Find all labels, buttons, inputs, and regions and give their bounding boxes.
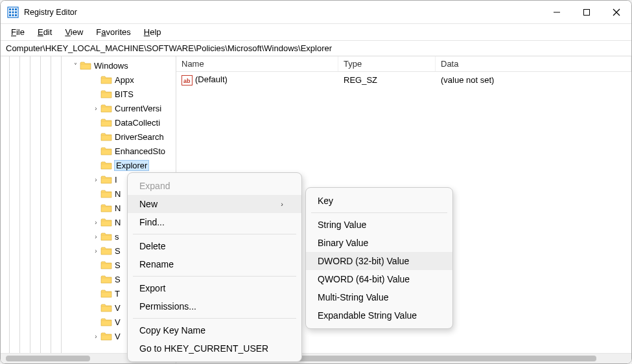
folder-icon	[100, 161, 112, 170]
folder-icon	[100, 317, 112, 326]
submenu-multi-string-value[interactable]: Multi-String Value	[306, 288, 452, 306]
tree-expander-icon[interactable]: ˅	[71, 62, 80, 69]
col-header-name[interactable]: Name	[176, 56, 338, 71]
menu-favorites[interactable]: Favorites	[89, 25, 137, 39]
ctx-separator	[133, 318, 296, 319]
folder-icon	[80, 61, 91, 70]
maximize-button[interactable]	[572, 1, 602, 23]
close-button[interactable]	[602, 1, 631, 23]
bottom-scroll-area	[1, 353, 631, 363]
tree-item-currentversi[interactable]: ›CurrentVersi	[1, 101, 176, 115]
menu-file[interactable]: File	[5, 25, 31, 39]
tree-item-label: DriverSearch	[115, 132, 164, 142]
window-controls	[542, 1, 631, 23]
tree-expander-icon[interactable]: ›	[91, 105, 100, 112]
ctx-expand: Expand	[128, 177, 301, 195]
ctx-delete[interactable]: Delete	[128, 237, 301, 255]
svg-rect-11	[584, 9, 590, 15]
folder-icon	[100, 175, 112, 184]
menu-view[interactable]: View	[58, 25, 89, 39]
svg-rect-2	[12, 8, 14, 10]
ctx-find[interactable]: Find...	[128, 213, 301, 231]
submenu-string-value[interactable]: String Value	[306, 216, 452, 234]
tree-expander-icon[interactable]: ›	[91, 219, 100, 226]
tree-item-label: S	[115, 260, 121, 270]
tree-item-label: V	[115, 317, 121, 327]
tree-item-driversearch[interactable]: DriverSearch	[1, 130, 176, 144]
ctx-separator	[311, 212, 447, 213]
svg-rect-5	[12, 11, 14, 13]
tree-item-datacollecti[interactable]: DataCollecti	[1, 115, 176, 130]
ctx-copy-key-name[interactable]: Copy Key Name	[128, 321, 301, 339]
tree-item-label: Windows	[94, 61, 128, 71]
cell-type: REG_SZ	[338, 74, 436, 86]
ctx-rename[interactable]: Rename	[128, 255, 301, 273]
ctx-new-label: New	[139, 199, 158, 209]
col-header-data[interactable]: Data	[436, 56, 631, 71]
chevron-right-icon: ›	[281, 200, 283, 208]
folder-icon	[100, 104, 112, 113]
submenu-dword-value[interactable]: DWORD (32-bit) Value	[306, 252, 452, 270]
folder-icon	[100, 289, 112, 298]
ctx-separator	[133, 234, 296, 234]
submenu-expandable-string-value[interactable]: Expandable String Value	[306, 306, 452, 324]
folder-icon	[100, 232, 112, 241]
tree-item-label: CurrentVersi	[115, 104, 161, 113]
menubar: File Edit View Favorites Help	[1, 24, 631, 41]
ctx-permissions[interactable]: Permissions...	[128, 297, 301, 315]
folder-icon	[100, 132, 112, 141]
regedit-icon	[7, 6, 19, 18]
list-row[interactable]: ab(Default)REG_SZ(value not set)	[176, 72, 631, 88]
tree-expander-icon[interactable]: ›	[91, 247, 100, 255]
tree-item-label: Explorer	[115, 161, 148, 170]
col-header-type[interactable]: Type	[338, 56, 436, 71]
ctx-go-to-hkcu[interactable]: Go to HKEY_CURRENT_USER	[128, 339, 301, 358]
submenu-key[interactable]: Key	[306, 192, 452, 210]
titlebar: Registry Editor	[1, 1, 631, 24]
svg-rect-1	[9, 8, 11, 10]
tree-item-label: EnhancedSto	[115, 146, 165, 156]
tree-item-label: DataCollecti	[115, 118, 160, 128]
tree-item-label: N	[115, 203, 121, 213]
folder-icon	[100, 332, 112, 341]
folder-icon	[100, 260, 112, 269]
folder-icon	[100, 203, 112, 212]
menu-edit[interactable]: Edit	[31, 25, 58, 39]
ctx-export[interactable]: Export	[128, 279, 301, 297]
tree-item-explorer[interactable]: Explorer	[1, 158, 176, 172]
tree-item-windows[interactable]: ˅Windows	[1, 58, 176, 73]
tree-item-label: T	[115, 289, 120, 299]
tree-item-label: N	[115, 218, 121, 227]
new-submenu: Key String Value Binary Value DWORD (32-…	[305, 187, 453, 329]
tree-expander-icon[interactable]: ›	[91, 176, 100, 183]
svg-text:ab: ab	[183, 78, 191, 84]
ctx-separator	[133, 276, 296, 277]
cell-data: (value not set)	[436, 74, 631, 86]
tree-item-appx[interactable]: Appx	[1, 73, 176, 87]
svg-rect-9	[15, 14, 17, 16]
minimize-button[interactable]	[542, 1, 572, 23]
menu-help[interactable]: Help	[137, 25, 168, 39]
tree-item-label: N	[115, 189, 121, 199]
submenu-binary-value[interactable]: Binary Value	[306, 234, 452, 252]
tree-expander-icon[interactable]: ›	[91, 333, 100, 340]
window-title: Registry Editor	[24, 8, 542, 17]
tree-item-enhancedsto[interactable]: EnhancedSto	[1, 144, 176, 158]
svg-rect-6	[15, 11, 17, 13]
folder-icon	[100, 189, 112, 198]
tree-item-label: S	[115, 246, 121, 256]
tree-item-bits[interactable]: BITS	[1, 87, 176, 101]
folder-icon	[100, 75, 112, 84]
submenu-qword-value[interactable]: QWORD (64-bit) Value	[306, 270, 452, 288]
tree-item-label: S	[115, 275, 121, 284]
string-value-icon: ab	[181, 75, 193, 85]
tree-item-label: Appx	[115, 75, 134, 85]
ctx-new[interactable]: New ›	[128, 195, 301, 213]
address-bar[interactable]: Computer\HKEY_LOCAL_MACHINE\SOFTWARE\Pol…	[1, 41, 631, 56]
folder-icon	[100, 118, 112, 127]
folder-icon	[100, 89, 112, 98]
tree-item-label: V	[115, 332, 121, 341]
tree-expander-icon[interactable]: ›	[91, 233, 100, 240]
svg-rect-4	[9, 11, 11, 13]
svg-rect-7	[9, 14, 11, 16]
